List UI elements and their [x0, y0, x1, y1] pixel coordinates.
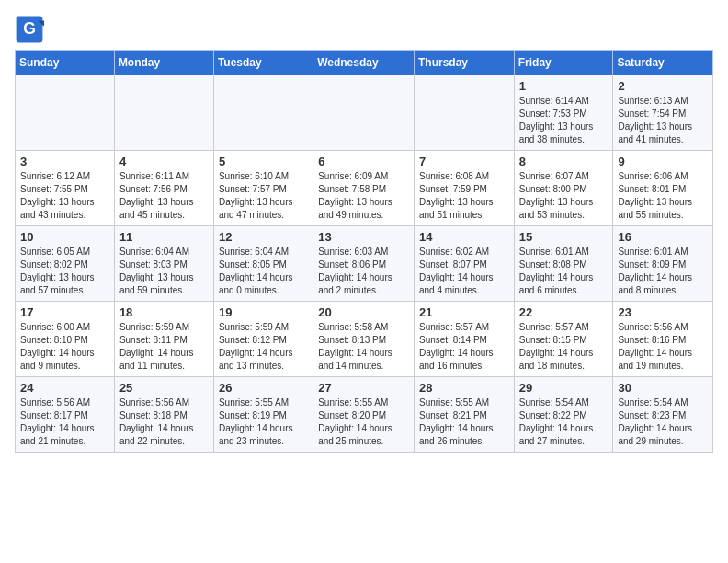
- day-number: 18: [119, 305, 209, 319]
- day-info: Sunrise: 5:58 AM Sunset: 8:13 PM Dayligh…: [318, 321, 409, 373]
- day-number: 13: [318, 230, 409, 244]
- day-info: Sunrise: 5:56 AM Sunset: 8:18 PM Dayligh…: [119, 396, 209, 448]
- day-info: Sunrise: 6:08 AM Sunset: 7:59 PM Dayligh…: [419, 170, 509, 222]
- day-number: 1: [519, 79, 609, 93]
- day-info: Sunrise: 5:54 AM Sunset: 8:23 PM Dayligh…: [618, 396, 708, 448]
- calendar-table: SundayMondayTuesdayWednesdayThursdayFrid…: [15, 50, 713, 453]
- page-header: G: [15, 15, 713, 44]
- calendar-cell: 11Sunrise: 6:04 AM Sunset: 8:03 PM Dayli…: [114, 226, 213, 302]
- calendar-cell: [114, 75, 213, 151]
- logo: G: [15, 15, 48, 44]
- week-row-1: 1Sunrise: 6:14 AM Sunset: 7:53 PM Daylig…: [16, 75, 713, 151]
- day-info: Sunrise: 5:59 AM Sunset: 8:11 PM Dayligh…: [119, 321, 209, 373]
- day-info: Sunrise: 6:00 AM Sunset: 8:10 PM Dayligh…: [20, 321, 109, 373]
- day-number: 5: [219, 155, 308, 168]
- calendar-cell: 16Sunrise: 6:01 AM Sunset: 8:09 PM Dayli…: [613, 226, 713, 302]
- day-info: Sunrise: 6:11 AM Sunset: 7:56 PM Dayligh…: [119, 170, 209, 222]
- day-info: Sunrise: 6:03 AM Sunset: 8:06 PM Dayligh…: [318, 246, 409, 297]
- day-number: 21: [419, 305, 509, 319]
- day-info: Sunrise: 5:55 AM Sunset: 8:20 PM Dayligh…: [318, 396, 409, 448]
- calendar-cell: 7Sunrise: 6:08 AM Sunset: 7:59 PM Daylig…: [414, 151, 514, 226]
- calendar-cell: 9Sunrise: 6:06 AM Sunset: 8:01 PM Daylig…: [613, 151, 713, 226]
- header-cell-saturday: Saturday: [613, 51, 713, 75]
- calendar-cell: 12Sunrise: 6:04 AM Sunset: 8:05 PM Dayli…: [213, 226, 313, 302]
- header-cell-sunday: Sunday: [16, 51, 115, 75]
- week-row-2: 3Sunrise: 6:12 AM Sunset: 7:55 PM Daylig…: [16, 151, 713, 226]
- calendar-header: SundayMondayTuesdayWednesdayThursdayFrid…: [16, 51, 713, 75]
- header-cell-monday: Monday: [114, 51, 213, 75]
- day-info: Sunrise: 6:05 AM Sunset: 8:02 PM Dayligh…: [20, 246, 109, 297]
- calendar-cell: 4Sunrise: 6:11 AM Sunset: 7:56 PM Daylig…: [114, 151, 213, 226]
- day-number: 12: [219, 230, 308, 244]
- calendar-cell: 29Sunrise: 5:54 AM Sunset: 8:22 PM Dayli…: [514, 377, 613, 453]
- day-info: Sunrise: 6:07 AM Sunset: 8:00 PM Dayligh…: [519, 170, 609, 222]
- calendar-cell: 2Sunrise: 6:13 AM Sunset: 7:54 PM Daylig…: [613, 75, 713, 151]
- calendar-cell: [213, 75, 313, 151]
- day-info: Sunrise: 6:13 AM Sunset: 7:54 PM Dayligh…: [618, 95, 708, 146]
- day-number: 29: [519, 381, 609, 395]
- calendar-cell: 15Sunrise: 6:01 AM Sunset: 8:08 PM Dayli…: [514, 226, 613, 302]
- day-info: Sunrise: 5:59 AM Sunset: 8:12 PM Dayligh…: [219, 321, 308, 373]
- calendar-cell: 3Sunrise: 6:12 AM Sunset: 7:55 PM Daylig…: [16, 151, 115, 226]
- day-number: 23: [618, 305, 708, 319]
- day-number: 15: [519, 230, 609, 244]
- calendar-cell: 13Sunrise: 6:03 AM Sunset: 8:06 PM Dayli…: [313, 226, 415, 302]
- calendar-cell: 18Sunrise: 5:59 AM Sunset: 8:11 PM Dayli…: [114, 302, 213, 377]
- day-number: 22: [519, 305, 609, 319]
- day-info: Sunrise: 5:55 AM Sunset: 8:21 PM Dayligh…: [419, 396, 509, 448]
- day-info: Sunrise: 6:06 AM Sunset: 8:01 PM Dayligh…: [618, 170, 708, 222]
- day-number: 14: [419, 230, 509, 244]
- day-number: 10: [20, 230, 109, 244]
- calendar-cell: 25Sunrise: 5:56 AM Sunset: 8:18 PM Dayli…: [114, 377, 213, 453]
- calendar-cell: [16, 75, 115, 151]
- day-number: 26: [219, 381, 308, 395]
- day-number: 7: [419, 155, 509, 168]
- calendar-cell: 19Sunrise: 5:59 AM Sunset: 8:12 PM Dayli…: [213, 302, 313, 377]
- calendar-cell: 10Sunrise: 6:05 AM Sunset: 8:02 PM Dayli…: [16, 226, 115, 302]
- calendar-cell: 22Sunrise: 5:57 AM Sunset: 8:15 PM Dayli…: [514, 302, 613, 377]
- day-number: 8: [519, 155, 609, 168]
- day-info: Sunrise: 6:04 AM Sunset: 8:05 PM Dayligh…: [219, 246, 308, 297]
- calendar-cell: 8Sunrise: 6:07 AM Sunset: 8:00 PM Daylig…: [514, 151, 613, 226]
- svg-text:G: G: [23, 19, 36, 38]
- day-info: Sunrise: 5:55 AM Sunset: 8:19 PM Dayligh…: [219, 396, 308, 448]
- week-row-3: 10Sunrise: 6:05 AM Sunset: 8:02 PM Dayli…: [16, 226, 713, 302]
- day-info: Sunrise: 6:04 AM Sunset: 8:03 PM Dayligh…: [119, 246, 209, 297]
- day-info: Sunrise: 6:12 AM Sunset: 7:55 PM Dayligh…: [20, 170, 109, 222]
- calendar-cell: 30Sunrise: 5:54 AM Sunset: 8:23 PM Dayli…: [613, 377, 713, 453]
- header-cell-tuesday: Tuesday: [213, 51, 313, 75]
- day-info: Sunrise: 5:57 AM Sunset: 8:15 PM Dayligh…: [519, 321, 609, 373]
- day-number: 6: [318, 155, 409, 168]
- calendar-cell: [313, 75, 415, 151]
- header-cell-thursday: Thursday: [414, 51, 514, 75]
- day-number: 27: [318, 381, 409, 395]
- day-number: 2: [618, 79, 708, 93]
- day-number: 30: [618, 381, 708, 395]
- calendar-cell: 14Sunrise: 6:02 AM Sunset: 8:07 PM Dayli…: [414, 226, 514, 302]
- day-info: Sunrise: 6:01 AM Sunset: 8:09 PM Dayligh…: [618, 246, 708, 297]
- day-info: Sunrise: 6:14 AM Sunset: 7:53 PM Dayligh…: [519, 95, 609, 146]
- day-info: Sunrise: 6:09 AM Sunset: 7:58 PM Dayligh…: [318, 170, 409, 222]
- day-number: 20: [318, 305, 409, 319]
- calendar-cell: 17Sunrise: 6:00 AM Sunset: 8:10 PM Dayli…: [16, 302, 115, 377]
- calendar-body: 1Sunrise: 6:14 AM Sunset: 7:53 PM Daylig…: [16, 75, 713, 453]
- calendar-cell: 23Sunrise: 5:56 AM Sunset: 8:16 PM Dayli…: [613, 302, 713, 377]
- day-number: 3: [20, 155, 109, 168]
- calendar-cell: 5Sunrise: 6:10 AM Sunset: 7:57 PM Daylig…: [213, 151, 313, 226]
- logo-icon: G: [15, 15, 44, 44]
- calendar-cell: 27Sunrise: 5:55 AM Sunset: 8:20 PM Dayli…: [313, 377, 415, 453]
- day-number: 9: [618, 155, 708, 168]
- day-info: Sunrise: 5:54 AM Sunset: 8:22 PM Dayligh…: [519, 396, 609, 448]
- header-cell-wednesday: Wednesday: [313, 51, 415, 75]
- day-info: Sunrise: 6:02 AM Sunset: 8:07 PM Dayligh…: [419, 246, 509, 297]
- week-row-5: 24Sunrise: 5:56 AM Sunset: 8:17 PM Dayli…: [16, 377, 713, 453]
- header-cell-friday: Friday: [514, 51, 613, 75]
- day-number: 16: [618, 230, 708, 244]
- calendar-cell: [414, 75, 514, 151]
- day-number: 28: [419, 381, 509, 395]
- day-info: Sunrise: 5:56 AM Sunset: 8:16 PM Dayligh…: [618, 321, 708, 373]
- day-number: 24: [20, 381, 109, 395]
- day-number: 25: [119, 381, 209, 395]
- header-row: SundayMondayTuesdayWednesdayThursdayFrid…: [16, 51, 713, 75]
- day-info: Sunrise: 6:01 AM Sunset: 8:08 PM Dayligh…: [519, 246, 609, 297]
